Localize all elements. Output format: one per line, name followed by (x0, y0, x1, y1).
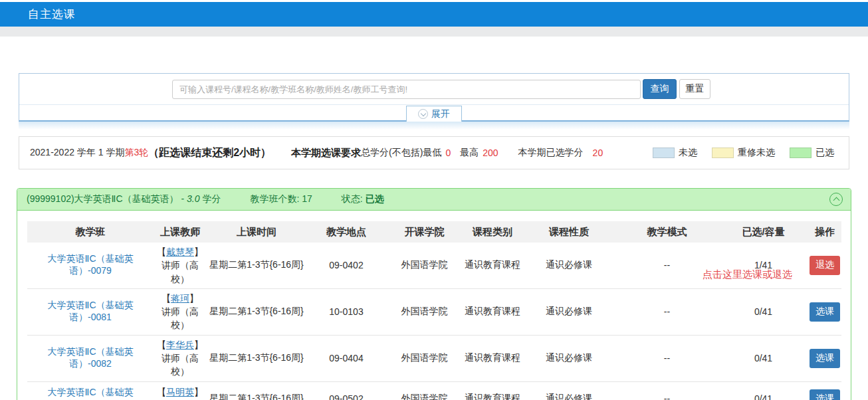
unselected-label: 未选 (679, 147, 697, 159)
max-label: 最高 (460, 147, 479, 159)
class-time: 星期二第1-3节{6-16周} (207, 335, 306, 381)
max-credits: 200 (483, 148, 498, 158)
course-category: 通识教育课程 (465, 393, 520, 400)
table-header-row: 教学班 上课教师 上课时间 教学地点 开课学院 课程类别 课程性质 教学模式 已… (27, 221, 841, 243)
page-title: 自主选课 (0, 7, 76, 22)
col-time: 上课时间 (207, 221, 306, 243)
course-category: 通识教育课程 (465, 306, 520, 318)
capacity: 0/41 (718, 381, 808, 400)
class-count: 教学班个数: 17 (250, 193, 312, 205)
table-row: 大学英语ⅡC（基础英语）-0084 【马明英】 副教授 星期二第1-3节{6-1… (27, 381, 841, 400)
select-button[interactable]: 选课 (810, 302, 840, 322)
teacher-cell: 【马明英】 (155, 385, 205, 399)
class-location: 09-0402 (306, 243, 386, 288)
teacher-link[interactable]: 戴慧琴 (166, 247, 194, 257)
select-button[interactable]: 选课 (810, 349, 840, 368)
course-header[interactable]: (99999102)大学英语ⅡC（基础英语） - 3.0 学分 教学班个数: 1… (17, 189, 851, 211)
teaching-mode: -- (615, 381, 718, 400)
retake-label: 重修未选 (738, 147, 775, 159)
credit-rule-text: 总学分(不包括)最低 (361, 147, 441, 159)
term-text: 2021-2022 学年 1 学期 (30, 147, 124, 159)
teaching-mode: -- (615, 243, 718, 288)
course-nature: 通识必修课 (522, 335, 615, 381)
capacity: 0/41 (718, 288, 808, 335)
class-location: 09-0404 (306, 335, 386, 381)
table-row: 大学英语ⅡC（基础英语）-0082 【李华兵】 讲师（高校） 星期二第1-3节{… (27, 335, 841, 381)
selected-credits-label: 本学期已选学分 (518, 147, 584, 159)
table-row: 大学英语ⅡC（基础英语）-0079 【戴慧琴】 讲师（高校） 星期二第1-3节{… (27, 243, 841, 288)
col-action: 操作 (808, 221, 841, 243)
class-time: 星期二第1-3节{6-16周} (207, 243, 306, 288)
term-info-bar: 2021-2022 学年 1 学期 第3轮 （距选课结束还剩2小时） 本学期选课… (19, 136, 849, 169)
capacity: 1/41 (718, 243, 808, 288)
col-college: 开课学院 (386, 221, 463, 243)
panel-shadow (19, 122, 849, 130)
college: 外国语学院 (386, 335, 463, 381)
status-legend: 未选 重修未选 已选 (653, 147, 838, 159)
class-time: 星期二第1-3节{6-16周} (207, 381, 306, 400)
class-location: 10-0103 (306, 288, 386, 335)
expand-label: 展开 (431, 108, 450, 120)
teacher-link[interactable]: 李华兵 (166, 340, 194, 350)
requirement-label: 本学期选课要求 (291, 147, 361, 159)
selected-credits: 20 (593, 148, 603, 158)
expand-toggle[interactable]: 展开 (406, 106, 462, 122)
teacher-link[interactable]: 马明英 (166, 387, 194, 397)
capacity: 0/41 (718, 335, 808, 381)
course-category: 通识教育课程 (465, 259, 520, 271)
teaching-mode: -- (615, 335, 718, 381)
course-nature: 通识必修课 (522, 288, 615, 335)
college: 外国语学院 (386, 243, 463, 288)
table-row: 大学英语ⅡC（基础英语）-0081 【蒋珂】 讲师（高校） 星期二第1-3节{6… (27, 288, 841, 335)
col-location: 教学地点 (306, 221, 386, 243)
chevron-up-icon (833, 197, 839, 204)
search-panel: 查询 重置 展开 (19, 73, 849, 122)
unselected-swatch (653, 148, 675, 158)
college: 外国语学院 (386, 381, 463, 400)
sections-table: 教学班 上课教师 上课时间 教学地点 开课学院 课程类别 课程性质 教学模式 已… (27, 221, 841, 400)
teacher-title: 讲师（高校） (155, 258, 205, 286)
selected-swatch (790, 148, 812, 158)
class-link[interactable]: 大学英语ⅡC（基础英语）-0079 (47, 253, 133, 276)
selected-label: 已选 (815, 147, 834, 159)
collapse-button[interactable] (829, 193, 843, 206)
col-class: 教学班 (27, 221, 154, 243)
class-link[interactable]: 大学英语ⅡC（基础英语）-0084 (47, 387, 133, 400)
search-input[interactable] (172, 80, 641, 99)
tutorial-annotation: 点击这里选课或退选 (703, 268, 792, 281)
min-credits: 0 (445, 148, 451, 158)
teacher-cell: 【戴慧琴】 (155, 245, 205, 258)
course-group: (99999102)大学英语ⅡC（基础英语） - 3.0 学分 教学班个数: 1… (17, 188, 851, 400)
withdraw-button[interactable]: 退选 (810, 256, 840, 275)
college: 外国语学院 (386, 288, 463, 335)
class-location: 09-0502 (306, 381, 386, 400)
class-link[interactable]: 大学英语ⅡC（基础英语）-0081 (47, 300, 133, 322)
reset-button[interactable]: 重置 (679, 79, 710, 99)
col-teacher: 上课教师 (154, 221, 207, 243)
class-time: 星期二第1-3节{6-16周} (207, 288, 306, 335)
teacher-title: 讲师（高校） (155, 351, 205, 379)
round-text: 第3轮 (124, 147, 148, 159)
countdown-text: （距选课结束还剩2小时） (148, 146, 271, 160)
teacher-title: 讲师（高校） (155, 305, 205, 332)
course-category: 通识教育课程 (465, 352, 520, 364)
retake-swatch (712, 148, 734, 158)
teaching-mode: -- (615, 288, 718, 335)
query-button[interactable]: 查询 (643, 79, 677, 99)
teacher-cell: 【李华兵】 (155, 338, 205, 351)
teacher-cell: 【蒋珂】 (155, 292, 205, 305)
col-mode: 教学模式 (615, 221, 718, 243)
app-header: 自主选课 (0, 2, 868, 27)
col-category: 课程类别 (463, 221, 522, 243)
col-nature: 课程性质 (522, 221, 615, 243)
course-status: 状态: 已选 (342, 193, 384, 205)
header-divider (0, 27, 868, 37)
teacher-link[interactable]: 蒋珂 (171, 293, 189, 304)
course-nature: 通识必修课 (522, 243, 615, 288)
course-table-body: 大学英语ⅡC（基础英语）-0079 【戴慧琴】 讲师（高校） 星期二第1-3节{… (27, 243, 841, 400)
main-panel: 查询 重置 展开 2021-2022 学年 1 学期 第3轮 （距选课结束还剩2… (5, 37, 863, 400)
course-title: (99999102)大学英语ⅡC（基础英语） - 3.0 学分 (27, 193, 221, 205)
col-capacity: 已选/容量 (718, 221, 808, 243)
select-button[interactable]: 选课 (810, 389, 840, 400)
class-link[interactable]: 大学英语ⅡC（基础英语）-0082 (47, 346, 133, 369)
